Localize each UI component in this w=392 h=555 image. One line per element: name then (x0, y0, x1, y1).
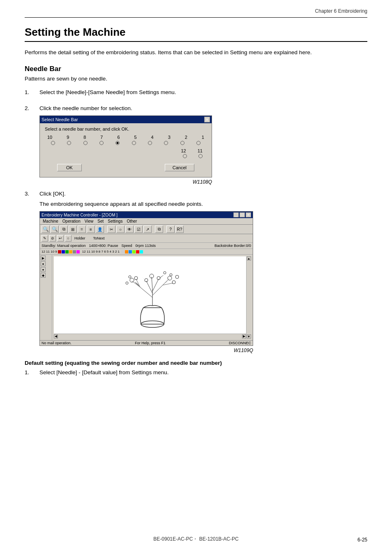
status-text: No mail operation. (42, 341, 71, 345)
needle-color-1 (58, 250, 61, 253)
footer-model: BE-0901E-AC-PC・ BE-1201B-AC-PC (153, 536, 238, 542)
indicator-label: 12 11 10 9 (42, 250, 57, 253)
step-3: 3. Click [OK]. The embroidering sequence… (25, 191, 367, 353)
toolbar-equals[interactable]: = (78, 226, 86, 233)
needle-num-1: 1 (202, 135, 204, 140)
toolbar-copy[interactable]: ⧉ (60, 226, 68, 233)
toolbar-circle[interactable]: ○ (116, 226, 125, 233)
app-statusbar: No mail operation. For Help, press F1 DI… (40, 340, 253, 345)
ok-button[interactable]: OK (57, 164, 82, 171)
sub-btn-4[interactable]: ○ (65, 235, 71, 242)
caption-1: W1108Q (39, 179, 212, 185)
radio-11[interactable] (198, 154, 203, 159)
needle-num-12: 12 (181, 148, 186, 153)
scroll-down-btn[interactable]: ▼ (247, 334, 251, 339)
radio-5[interactable] (128, 141, 140, 146)
needle-color-2 (62, 250, 65, 253)
svg-line-3 (152, 285, 163, 295)
toolbar-cut[interactable]: ✂ (107, 226, 115, 233)
vertical-scrollbar[interactable]: ▲ ▼ (246, 256, 251, 339)
page-title: Setting the Machine (25, 26, 367, 42)
scroll-left-btn[interactable]: ◀ (54, 334, 58, 339)
radio-10[interactable] (47, 141, 59, 146)
nc2-6 (140, 250, 143, 253)
maximize-btn[interactable]: □ (240, 212, 245, 217)
needle-num-4: 4 (151, 135, 154, 140)
step-2-text: Click the needle number for selection. (39, 105, 367, 111)
menu-other[interactable]: Other (125, 219, 139, 224)
toolbar-zoom-in[interactable]: 🔍 (51, 226, 59, 233)
sub-btn-3[interactable]: ↩ (57, 235, 64, 242)
step-3-content: Click [OK]. The embroidering sequence ap… (39, 191, 367, 353)
nc2-5 (136, 250, 139, 253)
radio-3[interactable] (160, 141, 172, 146)
default-step-1-number: 1. (25, 369, 39, 375)
scroll-right-btn[interactable]: ▶ (242, 334, 246, 339)
needle-numbers-row: 10 9 8 7 6 5 4 3 2 1 (45, 135, 207, 140)
sub-btn-1[interactable]: ✎ (42, 235, 48, 242)
minimize-btn[interactable]: _ (233, 212, 239, 217)
needle-num-11: 11 (198, 148, 203, 153)
cancel-button[interactable]: Cancel (165, 164, 194, 171)
left-btn-2[interactable]: ● (41, 261, 46, 266)
menu-settings[interactable]: Settings (106, 219, 125, 224)
scroll-up-btn[interactable]: ▲ (247, 256, 251, 260)
intro-text: Performs the detail setting of the embro… (25, 48, 367, 57)
menu-view[interactable]: View (83, 219, 96, 224)
radio-1[interactable] (193, 141, 204, 146)
toolbar-arrow[interactable]: ↗ (143, 226, 152, 233)
caption-2: W1109Q (39, 348, 253, 353)
app-toolbar: 🔍 🔍 ⧉ ⊞ = ≡ 👤 ✂ ○ 👁 ☑ ↗ ⧉ (40, 225, 253, 234)
radio-9[interactable] (63, 141, 75, 146)
dialog-title: Select Needle Bar (42, 117, 78, 122)
nc2-1 (121, 250, 125, 253)
toolbar-eye[interactable]: 👁 (125, 226, 134, 233)
indicator-label2: 12 11 10 9 8 7 6 5 4 3 2 1 (82, 250, 120, 253)
menu-machine[interactable]: Machine (41, 219, 60, 224)
app-subbar: Standby: Manual operation 1400>800: Paus… (40, 243, 253, 249)
needle-num-2: 2 (185, 135, 187, 140)
radio-4[interactable] (144, 141, 156, 146)
toolbar-grid[interactable]: ⊞ (69, 226, 77, 233)
app-canvas-area: ▶ ● ● ◆ (40, 255, 253, 340)
subbar-stitches: 0rpm 113sts (135, 244, 156, 248)
default-step-1: 1. Select [Needle] - [Default value] fro… (25, 369, 367, 380)
radio-2[interactable] (177, 141, 188, 146)
needle-bar-indicator-row: 12 11 10 9 12 11 10 9 8 7 6 5 4 3 2 1 (40, 249, 253, 255)
extra-radios-row (45, 154, 207, 159)
left-btn-4[interactable]: ◆ (41, 273, 46, 278)
default-step-1-text: Select [Needle] - [Default value] from S… (39, 369, 367, 375)
dialog-body: Select a needle bar number, and click OK… (40, 123, 212, 177)
radio-6[interactable] (112, 141, 123, 146)
toolbar-question[interactable]: ? (166, 226, 175, 233)
dialog-buttons: OK Cancel (45, 162, 207, 173)
left-btn-1[interactable]: ▶ (41, 256, 46, 260)
app-screenshot: Embroidery Machine Controller - [ZOOM ] … (39, 211, 253, 346)
default-step-1-content: Select [Needle] - [Default value] from S… (39, 369, 367, 380)
radio-12[interactable] (183, 154, 187, 159)
horizontal-scrollbar[interactable]: ◀ ▶ (54, 334, 246, 339)
radio-8[interactable] (80, 141, 91, 146)
section-needle-bar-title: Needle Bar (25, 65, 367, 73)
menu-operation[interactable]: Operation (60, 219, 83, 224)
step-1-number: 1. (25, 89, 39, 95)
left-panel: ▶ ● ● ◆ (40, 255, 52, 340)
radio-7[interactable] (96, 141, 107, 146)
steps-list: 1. Select the [Needle]-[Same Needle] fro… (25, 89, 367, 353)
status-help: For Help, press F1 (135, 341, 166, 345)
toolbar-help[interactable]: R? (175, 226, 184, 233)
left-btn-3[interactable]: ● (41, 267, 46, 272)
needle-color-4 (69, 250, 72, 253)
toolbar-check[interactable]: ☑ (134, 226, 143, 233)
toolbar-person[interactable]: 👤 (96, 226, 104, 233)
close-btn[interactable]: × (246, 212, 251, 217)
menu-set[interactable]: Set (95, 219, 106, 224)
toolbar-zoom-out[interactable]: 🔍 (42, 226, 50, 233)
needle-color-indicators (58, 250, 80, 253)
dialog-close-button[interactable]: × (204, 117, 210, 122)
embroidery-svg (91, 260, 214, 334)
toolbar-list[interactable]: ≡ (87, 226, 95, 233)
nc2-2 (125, 250, 128, 253)
toolbar-copy2[interactable]: ⧉ (155, 226, 163, 233)
sub-btn-2[interactable]: ⊘ (49, 235, 56, 242)
